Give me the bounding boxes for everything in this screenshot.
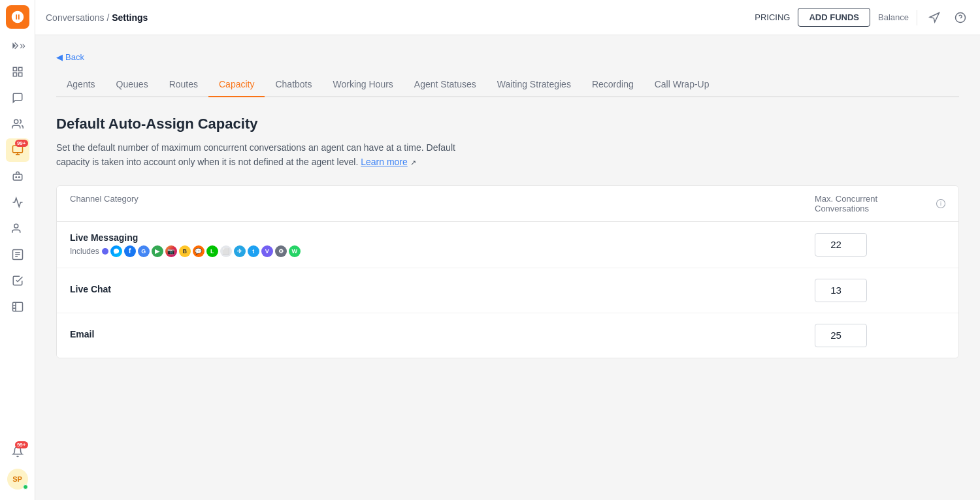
capacity-table: Channel Category Max. Concurrent Convers…: [56, 185, 959, 358]
channel-icons-list: f G ▶ 📷 B 💬 L ⬜ ✈ t V ⚙ W: [102, 245, 301, 257]
channel-icon-facebook: f: [124, 245, 136, 257]
settings-tabs: Agents Queues Routes Capacity Chatbots W…: [56, 72, 959, 97]
tab-recording[interactable]: Recording: [581, 72, 644, 97]
header-divider: [917, 10, 917, 25]
notifications-badge: 99+: [15, 441, 28, 448]
sidebar-item-reports[interactable]: [6, 217, 29, 240]
user-avatar[interactable]: SP: [7, 469, 28, 490]
online-status-dot: [23, 484, 28, 490]
page-content: ◀ Back Agents Queues Routes Capacity Cha…: [35, 35, 980, 500]
tab-working-hours[interactable]: Working Hours: [323, 72, 404, 97]
avatar-initials: SP: [12, 475, 22, 483]
channel-icon-chat: 💬: [193, 245, 204, 257]
balance-text: Balance: [878, 12, 909, 22]
channel-icon-bumble: B: [179, 245, 191, 257]
tab-waiting-strategies[interactable]: Waiting Strategies: [487, 72, 581, 97]
live-messaging-includes: Includes f G ▶ 📷 B 💬: [70, 245, 815, 257]
channel-icon-google: G: [138, 245, 150, 257]
column-max-header: Max. Concurrent Conversations i: [815, 194, 945, 213]
back-link[interactable]: ◀ Back: [56, 52, 84, 62]
back-label: Back: [65, 52, 84, 62]
channel-icon-twitter: t: [248, 245, 259, 257]
tab-queues[interactable]: Queues: [106, 72, 159, 97]
channel-icon-play: ▶: [152, 245, 163, 257]
table-row: Live Messaging Includes f G ▶ �: [57, 222, 958, 268]
sidebar-item-dashboard[interactable]: [6, 60, 29, 84]
svg-rect-2: [13, 73, 16, 76]
channel-icon-custom2: ⚙: [275, 245, 287, 257]
live-chat-value: [815, 279, 945, 302]
header-actions: PRICING ADD FUNDS Balance: [755, 8, 970, 27]
sidebar-item-settings[interactable]: [6, 295, 29, 319]
sidebar-item-inbox[interactable]: [6, 86, 29, 110]
sidebar-item-queue[interactable]: [6, 243, 29, 266]
main-wrapper: Conversations / Settings PRICING ADD FUN…: [35, 0, 980, 500]
live-messaging-value: [815, 233, 945, 257]
tab-call-wrap-up[interactable]: Call Wrap-Up: [644, 72, 720, 97]
live-messaging-title: Live Messaging: [70, 232, 815, 243]
sidebar-item-analytics[interactable]: [6, 191, 29, 214]
channel-icon-telegram: ✈: [234, 245, 246, 257]
sidebar-item-contacts[interactable]: [6, 112, 29, 136]
email-value: [815, 324, 945, 347]
app-logo[interactable]: [6, 5, 29, 29]
page-title: Default Auto-Assign Capacity: [56, 116, 959, 133]
notifications-button[interactable]: 99+: [6, 440, 29, 463]
back-arrow-icon: ◀: [56, 52, 63, 62]
svg-rect-0: [13, 67, 16, 70]
sidebar-item-conversations[interactable]: 99+: [6, 138, 29, 162]
learn-more-link[interactable]: Learn more: [361, 157, 408, 167]
channel-icon-instagram: 📷: [165, 245, 177, 257]
svg-point-9: [14, 224, 18, 228]
svg-rect-6: [13, 174, 22, 180]
channel-icon-whatsapp: W: [289, 245, 301, 257]
svg-rect-1: [18, 67, 22, 70]
includes-label: Includes: [70, 247, 99, 256]
live-chat-title: Live Chat: [70, 284, 815, 294]
channel-icon-dot: [102, 248, 108, 255]
channel-icon-custom1: ⬜: [220, 245, 232, 257]
sidebar-item-audit[interactable]: [6, 269, 29, 292]
email-input[interactable]: [815, 324, 867, 347]
live-messaging-category: Live Messaging Includes f G ▶ �: [70, 232, 815, 257]
table-row: Email: [57, 313, 958, 358]
page-description: Set the default number of maximum concur…: [56, 140, 461, 170]
sidebar-item-bot[interactable]: [6, 164, 29, 188]
top-header: Conversations / Settings PRICING ADD FUN…: [35, 0, 980, 35]
expand-sidebar-button[interactable]: »: [8, 37, 27, 55]
svg-point-7: [16, 177, 17, 178]
external-link-icon: ↗: [410, 159, 416, 166]
live-chat-category: Live Chat: [70, 284, 815, 297]
breadcrumb: Conversations / Settings: [46, 12, 755, 23]
conversations-badge: 99+: [15, 140, 28, 147]
live-messaging-input[interactable]: [815, 233, 867, 257]
sidebar-nav: 99+: [6, 60, 29, 440]
email-title: Email: [70, 329, 815, 339]
breadcrumb-prefix: Conversations /: [46, 12, 112, 23]
live-chat-input[interactable]: [815, 279, 867, 302]
column-category-header: Channel Category: [70, 194, 815, 213]
tab-agent-statuses[interactable]: Agent Statuses: [404, 72, 487, 97]
megaphone-button[interactable]: [925, 8, 943, 27]
table-header: Channel Category Max. Concurrent Convers…: [57, 186, 958, 222]
column-info-icon[interactable]: i: [936, 199, 945, 208]
tab-routes[interactable]: Routes: [159, 72, 208, 97]
tab-agents[interactable]: Agents: [56, 72, 106, 97]
channel-icon-messenger: [110, 245, 122, 257]
email-category: Email: [70, 329, 815, 342]
svg-rect-3: [18, 73, 22, 76]
breadcrumb-current: Settings: [112, 12, 148, 23]
svg-rect-11: [12, 302, 22, 311]
table-row: Live Chat: [57, 268, 958, 313]
pricing-link[interactable]: PRICING: [755, 12, 790, 22]
sidebar: » 99+: [0, 0, 35, 500]
channel-icon-line: L: [206, 245, 218, 257]
svg-point-8: [18, 177, 20, 178]
tab-chatbots[interactable]: Chatbots: [265, 72, 322, 97]
add-funds-button[interactable]: ADD FUNDS: [798, 8, 870, 27]
sidebar-bottom: 99+ SP: [6, 440, 29, 495]
help-button[interactable]: [951, 8, 970, 27]
channel-icon-viber: V: [261, 245, 273, 257]
svg-point-4: [14, 119, 18, 123]
tab-capacity[interactable]: Capacity: [208, 72, 265, 97]
